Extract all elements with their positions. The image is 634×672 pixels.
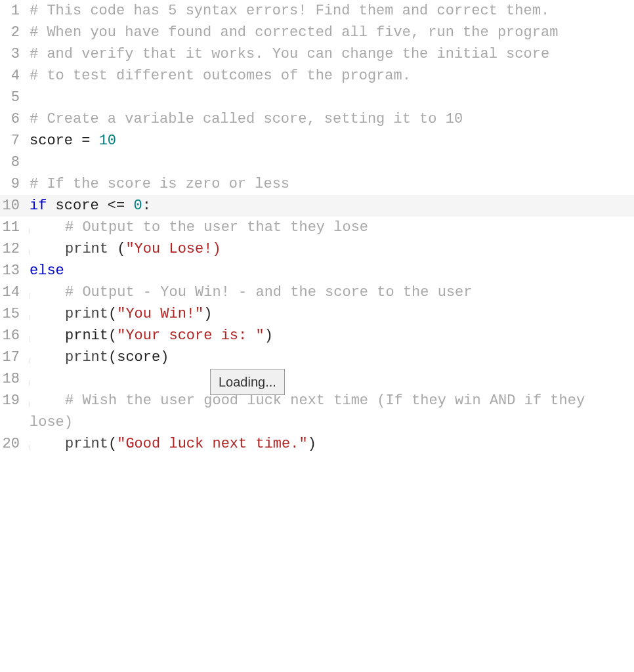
- code-line[interactable]: 9# If the score is zero or less: [0, 173, 634, 195]
- code-content[interactable]: score = 10: [30, 130, 634, 152]
- line-number: 13: [0, 260, 30, 282]
- code-line[interactable]: 1# This code has 5 syntax errors! Find t…: [0, 0, 634, 22]
- code-content[interactable]: # If the score is zero or less: [30, 173, 634, 195]
- token-paren: ): [203, 306, 212, 322]
- token-identifier: score: [30, 133, 81, 149]
- code-content[interactable]: # This code has 5 syntax errors! Find th…: [30, 0, 634, 22]
- code-content[interactable]: else: [30, 260, 634, 282]
- line-number: 8: [0, 152, 30, 173]
- code-line[interactable]: 11# Output to the user that they lose: [0, 217, 634, 238]
- code-line[interactable]: 5: [0, 87, 634, 108]
- token-paren: ): [308, 436, 316, 452]
- line-number: 1: [0, 0, 30, 22]
- line-number: 10: [0, 195, 30, 217]
- token-keyword: if: [30, 198, 47, 214]
- line-number: 11: [0, 217, 30, 238]
- token-paren: (: [108, 306, 117, 322]
- token-string: "Good luck next time.": [117, 436, 307, 452]
- line-number: 16: [0, 325, 30, 346]
- token-operator: =: [81, 133, 98, 149]
- token-identifier: score: [47, 198, 107, 214]
- line-number: 5: [0, 87, 30, 108]
- code-line[interactable]: 4# to test different outcomes of the pro…: [0, 65, 634, 87]
- token-identifier: score: [117, 349, 160, 366]
- token-number: 0: [133, 198, 142, 214]
- token-keyword: else: [30, 262, 64, 279]
- token-operator: :: [142, 198, 151, 214]
- line-number: 20: [0, 433, 30, 455]
- line-number: 6: [0, 108, 30, 130]
- token-paren: ): [160, 349, 169, 366]
- code-line[interactable]: 12print ("You Lose!): [0, 238, 634, 260]
- token-paren: (: [108, 349, 117, 366]
- code-line[interactable]: 15print("You Win!"): [0, 303, 634, 325]
- code-content[interactable]: # When you have found and corrected all …: [30, 22, 634, 43]
- code-content[interactable]: # Wish the user good luck next time (If …: [30, 390, 634, 433]
- code-line[interactable]: 20print("Good luck next time."): [0, 433, 634, 455]
- token-string: "Your score is: ": [117, 327, 264, 344]
- code-content[interactable]: print("You Win!"): [30, 303, 634, 325]
- token-builtin: print: [65, 306, 108, 322]
- code-content[interactable]: # Output - You Win! - and the score to t…: [30, 282, 634, 303]
- token-comment: # and verify that it works. You can chan…: [30, 46, 549, 62]
- token-comment: # Output - You Win! - and the score to t…: [65, 284, 473, 301]
- line-number: 12: [0, 238, 30, 260]
- token-number: 10: [99, 133, 116, 149]
- code-editor[interactable]: 1# This code has 5 syntax errors! Find t…: [0, 0, 634, 455]
- token-comment: # When you have found and corrected all …: [30, 24, 558, 41]
- code-content[interactable]: # and verify that it works. You can chan…: [30, 43, 634, 65]
- code-content[interactable]: [30, 368, 634, 390]
- code-content[interactable]: # Output to the user that they lose: [30, 217, 634, 238]
- code-line[interactable]: 10if score <= 0:: [0, 195, 634, 217]
- token-paren: (: [117, 241, 125, 257]
- code-line[interactable]: 16prnit("Your score is: "): [0, 325, 634, 346]
- line-number: 15: [0, 303, 30, 325]
- line-number: 3: [0, 43, 30, 65]
- code-line[interactable]: 17print(score): [0, 346, 634, 368]
- code-content[interactable]: prnit("Your score is: "): [30, 325, 634, 346]
- token-comment: # This code has 5 syntax errors! Find th…: [30, 3, 549, 19]
- code-content[interactable]: print(score): [30, 346, 634, 368]
- line-number: 7: [0, 130, 30, 152]
- line-number: 2: [0, 22, 30, 43]
- line-number: 9: [0, 173, 30, 195]
- token-paren: (: [108, 327, 117, 344]
- line-number: 17: [0, 346, 30, 368]
- token-comment: # If the score is zero or less: [30, 176, 289, 192]
- token-builtin: print: [65, 436, 108, 452]
- line-number: 19: [0, 390, 30, 411]
- token-identifier: prnit: [65, 327, 108, 344]
- code-content[interactable]: # Create a variable called score, settin…: [30, 108, 634, 130]
- line-number: 4: [0, 65, 30, 87]
- code-line[interactable]: 14# Output - You Win! - and the score to…: [0, 282, 634, 303]
- code-line[interactable]: 6# Create a variable called score, setti…: [0, 108, 634, 130]
- loading-tooltip: Loading...: [210, 369, 285, 395]
- code-content[interactable]: if score <= 0:: [30, 195, 634, 217]
- code-line[interactable]: 2# When you have found and corrected all…: [0, 22, 634, 43]
- code-line[interactable]: 3# and verify that it works. You can cha…: [0, 43, 634, 65]
- code-line[interactable]: 13else: [0, 260, 634, 282]
- code-content[interactable]: # to test different outcomes of the prog…: [30, 65, 634, 87]
- token-paren: ): [264, 327, 273, 344]
- code-content[interactable]: print ("You Lose!): [30, 238, 634, 260]
- code-line[interactable]: 8: [0, 152, 634, 173]
- code-line[interactable]: 19# Wish the user good luck next time (I…: [0, 390, 634, 433]
- token-builtin: print: [65, 349, 108, 366]
- token-builtin: print: [65, 241, 117, 257]
- code-line[interactable]: 18: [0, 368, 634, 390]
- line-number: 14: [0, 282, 30, 303]
- token-comment: # to test different outcomes of the prog…: [30, 68, 411, 84]
- code-line[interactable]: 7score = 10: [0, 130, 634, 152]
- code-content[interactable]: print("Good luck next time."): [30, 433, 634, 455]
- token-operator: <=: [108, 198, 134, 214]
- token-paren: (: [108, 436, 117, 452]
- token-comment: # Create a variable called score, settin…: [30, 111, 463, 127]
- line-number: 18: [0, 368, 30, 390]
- token-string: "You Win!": [117, 306, 203, 322]
- token-comment: # Output to the user that they lose: [65, 219, 368, 236]
- token-comment: # Wish the user good luck next time (If …: [30, 392, 593, 430]
- token-string: "You Lose!): [125, 241, 221, 257]
